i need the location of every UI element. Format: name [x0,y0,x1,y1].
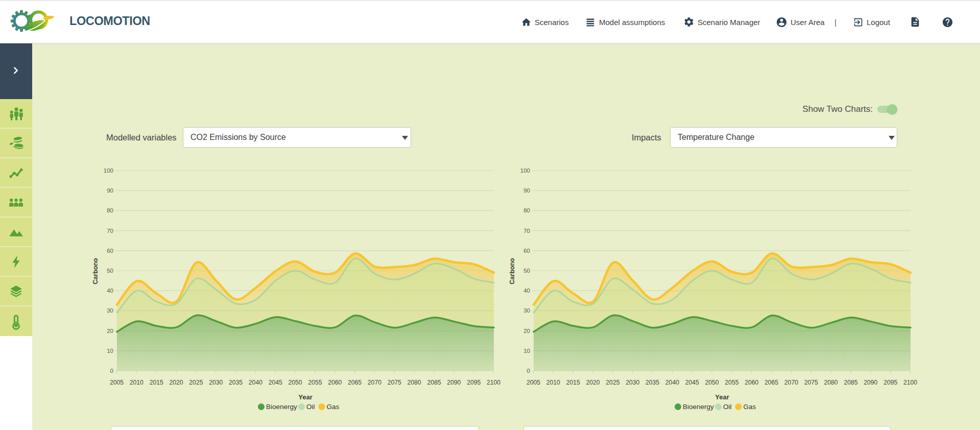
svg-text:2080: 2080 [408,379,421,386]
svg-text:0: 0 [527,368,530,374]
svg-text:Carbono: Carbono [92,258,99,284]
svg-text:Year: Year [715,393,729,401]
svg-text:2005: 2005 [527,379,540,386]
svg-text:Carbono: Carbono [509,258,516,284]
svg-text:10: 10 [107,348,113,354]
svg-text:2100: 2100 [487,379,500,386]
svg-text:2015: 2015 [566,379,580,386]
svg-text:Oil: Oil [723,403,732,411]
svg-text:2035: 2035 [646,379,659,386]
svg-text:10: 10 [523,348,530,354]
svg-text:2070: 2070 [784,379,798,386]
svg-text:Bioenergy: Bioenergy [683,403,714,411]
svg-text:2095: 2095 [883,379,897,386]
svg-text:2015: 2015 [150,379,163,386]
svg-text:20: 20 [107,328,113,334]
svg-text:70: 70 [523,228,530,234]
svg-text:2085: 2085 [844,379,857,386]
svg-text:2020: 2020 [586,379,600,386]
svg-text:Bioenergy: Bioenergy [266,403,297,411]
svg-text:2030: 2030 [209,379,223,386]
svg-text:2025: 2025 [606,379,619,386]
svg-text:2075: 2075 [804,379,818,386]
svg-text:100: 100 [520,168,530,174]
svg-text:60: 60 [523,248,530,254]
svg-text:2085: 2085 [427,379,441,386]
svg-text:80: 80 [107,207,113,213]
svg-text:60: 60 [107,248,113,254]
svg-text:2045: 2045 [269,379,282,386]
svg-text:80: 80 [523,207,530,213]
svg-text:0: 0 [110,368,113,374]
svg-text:70: 70 [107,228,113,234]
svg-text:2075: 2075 [388,379,401,386]
svg-text:Gas: Gas [327,403,340,411]
svg-text:30: 30 [107,307,113,314]
svg-text:40: 40 [523,288,530,294]
svg-text:2020: 2020 [169,379,183,386]
svg-text:2045: 2045 [685,379,699,386]
svg-text:2090: 2090 [864,379,877,386]
svg-text:Gas: Gas [744,403,756,411]
svg-text:2005: 2005 [110,379,124,386]
svg-text:50: 50 [107,268,113,274]
svg-text:2035: 2035 [229,379,243,386]
svg-text:40: 40 [107,288,113,294]
svg-text:2055: 2055 [308,379,322,386]
svg-text:2025: 2025 [189,379,203,386]
svg-text:90: 90 [107,187,113,194]
svg-text:2030: 2030 [626,379,639,386]
svg-text:2065: 2065 [764,379,778,386]
svg-text:2050: 2050 [289,379,302,386]
svg-text:2095: 2095 [467,379,481,386]
svg-text:2010: 2010 [546,379,560,386]
svg-text:20: 20 [523,328,530,334]
svg-text:2070: 2070 [368,379,381,386]
svg-text:2055: 2055 [725,379,738,386]
svg-text:Oil: Oil [306,403,315,411]
svg-text:50: 50 [523,268,530,274]
svg-text:2080: 2080 [824,379,838,386]
svg-text:2040: 2040 [665,379,679,386]
svg-text:2050: 2050 [705,379,719,386]
svg-text:2090: 2090 [447,379,461,386]
svg-text:2100: 2100 [903,379,917,386]
svg-text:30: 30 [523,307,530,314]
svg-text:2010: 2010 [130,379,144,386]
svg-text:100: 100 [104,168,113,174]
svg-text:2060: 2060 [745,379,758,386]
svg-text:2065: 2065 [348,379,362,386]
svg-text:2060: 2060 [328,379,342,386]
svg-text:2040: 2040 [249,379,262,386]
svg-text:90: 90 [523,187,530,194]
svg-text:Year: Year [298,393,312,401]
